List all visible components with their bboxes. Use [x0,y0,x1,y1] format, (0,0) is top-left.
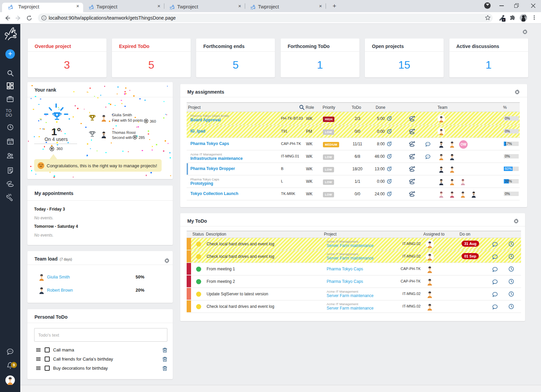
svg-text:31: 31 [9,141,11,144]
